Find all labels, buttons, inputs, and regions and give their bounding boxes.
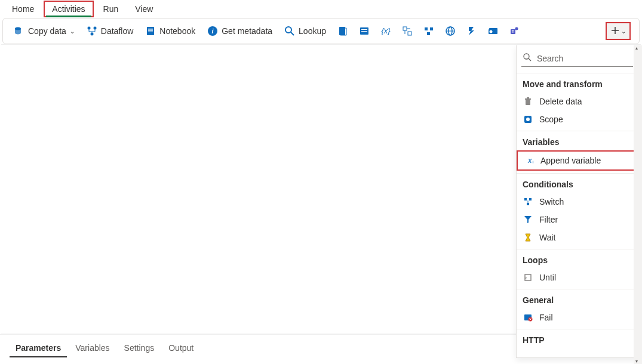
- search-icon: [284, 26, 295, 36]
- trash-icon: [523, 96, 533, 107]
- copy-data-button[interactable]: Copy data ⌄: [9, 23, 79, 39]
- tab-parameters[interactable]: Parameters: [10, 340, 67, 357]
- tab-output[interactable]: Output: [162, 340, 199, 357]
- menu-delete-data[interactable]: Delete data: [517, 92, 638, 110]
- group-move-transform: Move and transform: [517, 73, 638, 92]
- menu-wait[interactable]: Wait: [517, 229, 638, 246]
- teams-icon[interactable]: T: [505, 21, 524, 41]
- menu-append-variable-label: Append variable: [540, 156, 601, 165]
- svg-rect-6: [148, 30, 153, 32]
- activity-dropdown-panel: Move and transform Delete data Scope Var…: [516, 45, 638, 358]
- group-general: General: [517, 289, 638, 309]
- dataflow-icon: [87, 26, 97, 36]
- svg-rect-19: [430, 27, 433, 30]
- menu-wait-label: Wait: [539, 233, 555, 242]
- menu-until-label: Until: [539, 273, 556, 282]
- if-condition-icon[interactable]: [419, 21, 438, 41]
- notebook-icon: [145, 26, 156, 36]
- svg-rect-17: [408, 32, 411, 35]
- menu-filter[interactable]: Filter: [517, 211, 638, 229]
- svg-rect-13: [361, 29, 367, 30]
- menu-append-variable[interactable]: x+ Append variable: [517, 150, 638, 171]
- chevron-down-icon: ⌄: [70, 28, 75, 35]
- svg-rect-42: [529, 198, 532, 200]
- notebook-button[interactable]: Notebook: [140, 23, 200, 39]
- ribbon: Copy data ⌄ Dataflow Notebook i Get meta…: [2, 18, 640, 44]
- svg-line-10: [291, 32, 294, 35]
- menu-filter-label: Filter: [539, 215, 558, 224]
- dataflow-button[interactable]: Dataflow: [82, 23, 138, 39]
- get-metadata-button[interactable]: i Get metadata: [202, 23, 277, 39]
- svg-rect-5: [148, 29, 153, 30]
- add-activity-button[interactable]: ⌄: [606, 22, 631, 40]
- svg-rect-35: [525, 98, 531, 100]
- menu-switch-label: Switch: [539, 197, 564, 206]
- group-variables: Variables: [517, 131, 638, 150]
- svg-rect-18: [425, 27, 428, 30]
- svg-rect-16: [403, 27, 407, 30]
- lookup-label: Lookup: [299, 26, 326, 36]
- svg-point-38: [526, 118, 530, 121]
- group-http: HTTP: [517, 329, 638, 348]
- menu-scope[interactable]: Scope: [517, 110, 638, 128]
- menu-delete-data-label: Delete data: [539, 97, 582, 106]
- search-input[interactable]: [537, 54, 638, 63]
- switch-icon: [523, 196, 533, 207]
- outlook-icon[interactable]: [484, 21, 503, 41]
- svg-text:+: +: [532, 159, 534, 165]
- fail-icon: [523, 312, 533, 323]
- info-icon: i: [207, 26, 218, 36]
- menu-fail-label: Fail: [539, 313, 553, 322]
- main-tabs: Home Activities Run View: [0, 0, 642, 18]
- azure-function-icon[interactable]: [462, 21, 481, 41]
- tab-variables[interactable]: Variables: [69, 340, 115, 357]
- menu-fail[interactable]: Fail: [517, 309, 638, 326]
- svg-rect-11: [339, 27, 345, 35]
- vertical-scrollbar[interactable]: [634, 45, 642, 364]
- copy-data-icon: [14, 26, 24, 36]
- svg-point-32: [524, 54, 529, 59]
- svg-point-9: [285, 27, 291, 33]
- svg-point-26: [490, 30, 493, 33]
- svg-point-2: [93, 27, 96, 30]
- svg-rect-41: [524, 198, 527, 200]
- get-metadata-label: Get metadata: [222, 26, 272, 36]
- menu-switch[interactable]: Switch: [517, 193, 638, 211]
- svg-point-1: [87, 27, 90, 30]
- svg-point-3: [90, 33, 93, 36]
- append-variable-icon: x+: [524, 155, 535, 166]
- search-icon: [523, 53, 532, 64]
- svg-point-28: [515, 27, 518, 30]
- hourglass-icon: [523, 232, 533, 243]
- copy-data-label: Copy data: [28, 26, 66, 36]
- svg-rect-20: [427, 32, 430, 35]
- tab-home[interactable]: Home: [5, 2, 41, 16]
- search-box[interactable]: [521, 50, 633, 67]
- plus-icon: [610, 26, 620, 37]
- tab-settings[interactable]: Settings: [118, 340, 161, 357]
- script-icon[interactable]: [333, 21, 352, 41]
- expression-icon[interactable]: {x}: [376, 21, 395, 41]
- menu-scope-label: Scope: [539, 115, 563, 124]
- svg-rect-34: [526, 100, 530, 105]
- chevron-down-icon: ⌄: [621, 28, 626, 35]
- svg-rect-36: [527, 97, 529, 98]
- until-icon: [523, 272, 533, 283]
- group-loops: Loops: [517, 249, 638, 269]
- tab-run[interactable]: Run: [96, 2, 126, 16]
- group-conditionals: Conditionals: [517, 173, 638, 193]
- stored-procedure-icon[interactable]: [355, 21, 374, 41]
- svg-text:{x}: {x}: [381, 26, 391, 35]
- foreach-icon[interactable]: [398, 21, 417, 41]
- svg-rect-14: [361, 31, 367, 32]
- scope-icon: [523, 114, 533, 125]
- lookup-button[interactable]: Lookup: [279, 23, 331, 39]
- menu-until[interactable]: Until: [517, 269, 638, 286]
- dataflow-label: Dataflow: [101, 26, 133, 36]
- tab-activities[interactable]: Activities: [44, 1, 93, 17]
- web-icon[interactable]: [441, 21, 460, 41]
- svg-text:T: T: [512, 29, 515, 33]
- notebook-label: Notebook: [159, 26, 195, 36]
- tab-view[interactable]: View: [128, 2, 160, 16]
- svg-rect-43: [527, 203, 529, 205]
